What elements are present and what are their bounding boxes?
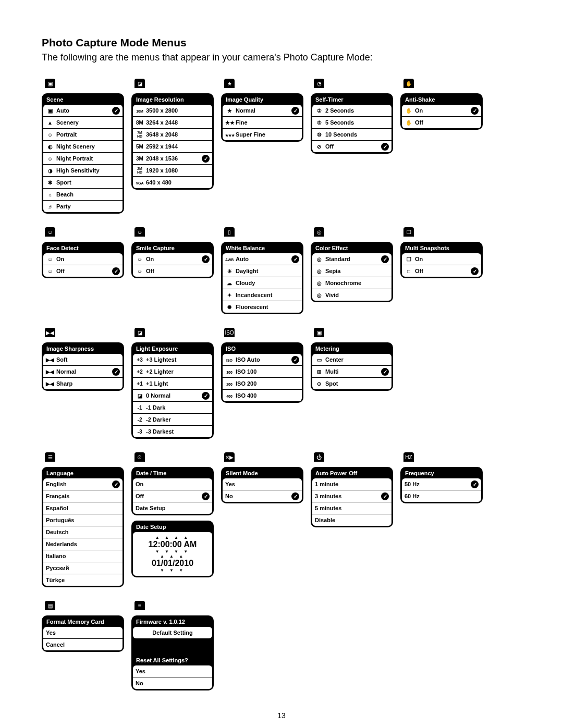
menu-item[interactable]: ☺Off [133,265,212,277]
menu-item[interactable]: ★★Fine [223,117,302,129]
menu-item[interactable]: 2MHD1920 x 1080 [133,165,212,177]
menu-item[interactable]: ♬Party [43,201,123,212]
menu-item[interactable]: ▶◀Soft [43,354,123,366]
menu-item[interactable]: ▭Center [312,354,391,366]
menu-item[interactable]: □Off✓ [402,265,481,277]
menu-item[interactable]: -1-1 Dark [133,402,212,414]
menu-item[interactable]: Yes [223,478,302,490]
menu-item[interactable]: 3 minutes✓ [312,490,391,502]
menu-item[interactable]: ◎Monochrome [312,277,391,289]
menu-item[interactable]: AWBAuto✓ [223,253,302,265]
menu-item[interactable]: Disable [312,514,391,526]
menu-item[interactable]: ▲Scenery [43,117,123,129]
tab-icon: ISO [224,328,235,337]
menu-item[interactable]: On [133,478,212,490]
menu-item[interactable]: 7MHD3648 x 2048 [133,129,212,141]
menu-item[interactable]: Português [43,514,123,526]
menu-item[interactable]: 400ISO 400 [223,390,302,401]
item-label: 2048 x 1536 [146,155,200,162]
menu-item[interactable]: +1+1 Light [133,378,212,390]
menu-item[interactable]: VGA640 x 480 [133,177,212,188]
menu-item[interactable]: ◎Standard✓ [312,253,391,265]
item-icon: ⑤ [315,120,323,126]
menu-item[interactable]: ▶◀Sharp [43,378,123,389]
menu-item[interactable]: ISOISO Auto✓ [223,354,302,366]
menu-item[interactable]: +2+2 Lighter [133,366,212,378]
menu-item[interactable]: ⑩10 Seconds [312,129,391,141]
menu-item[interactable]: English✓ [43,478,123,490]
menu-item[interactable]: ☀Daylight [223,265,302,277]
item-label: Italiano [46,553,120,559]
item-icon: ISO [225,357,234,363]
item-label: Off [325,143,379,150]
menu-item[interactable]: ❐On [402,253,481,265]
menu-item[interactable]: ☺On✓ [133,253,212,265]
menu-item[interactable]: ⊞Multi✓ [312,366,391,378]
menu-item[interactable]: Türkçe [43,574,123,586]
menu-item[interactable]: Italiano [43,550,123,562]
menu-item[interactable]: Default Setting [133,627,212,638]
menu-item[interactable]: ◐Night Scenery [43,141,123,153]
menu-item[interactable]: 10M3500 x 2800 [133,105,212,117]
menu-item[interactable]: ★Normal✓ [223,105,302,117]
menu-item[interactable]: 5 minutes [312,502,391,514]
menu-item[interactable]: ☺Portrait [43,129,123,141]
menu-item[interactable]: ◪0 Normal✓ [133,390,212,402]
menu-item[interactable]: Yes [43,627,123,639]
menu-item[interactable]: Русский [43,562,123,574]
menu-item[interactable]: ⊙Spot [312,378,391,389]
menu-item[interactable]: ◎Sepia [312,265,391,277]
menu-item[interactable]: ◎Vivid [312,289,391,301]
menu-item[interactable]: 3M2048 x 1536✓ [133,153,212,165]
menu-item[interactable]: 100ISO 100 [223,366,302,378]
menu-item[interactable]: ◑High Sensitivity [43,165,123,177]
menu-item[interactable]: 1 minute [312,478,391,490]
menu-item[interactable]: Français [43,490,123,502]
date-setup-display[interactable]: ▲ ▲ ▲ ▲12:00:00 AM▼ ▼ ▼ ▼▲ ▲ ▲01/01/2010… [133,532,212,576]
menu-item[interactable]: 200ISO 200 [223,378,302,390]
item-label: -3 Darkest [146,428,210,435]
menu-item[interactable]: Español [43,502,123,514]
menu-item[interactable]: 8M3264 x 2448 [133,117,212,129]
menu-item[interactable]: ▶◀Normal✓ [43,366,123,378]
menu-title: Date / Time [133,468,212,478]
menu-item[interactable]: -3-3 Darkest [133,426,212,437]
menu-item[interactable]: No [133,677,212,689]
item-label: On [415,256,479,262]
menu-item[interactable]: 50 Hz✓ [402,478,481,490]
menu-item[interactable]: No✓ [223,490,302,502]
tab-icon: ▶◀ [45,328,55,337]
item-label: Cloudy [236,280,299,286]
menu-item[interactable]: ☺On [43,253,123,265]
menu-item[interactable]: ☼Beach [43,189,123,201]
menu-item[interactable]: -2-2 Darker [133,414,212,426]
menu-item[interactable]: ✺Fluorescent [223,301,302,313]
menu-item[interactable]: +3+3 Lightest [133,354,212,366]
menu-item[interactable]: Off✓ [133,490,212,502]
menu-item[interactable]: ✋Off [402,117,481,128]
menu-item[interactable]: ☺Night Portrait [43,153,123,165]
menu-item[interactable]: Cancel [43,639,123,650]
item-label: 2 Seconds [325,107,389,114]
menu-item[interactable]: ②2 Seconds [312,105,391,117]
menu-item[interactable]: ✋On✓ [402,105,481,117]
menu-item[interactable]: ✱Sport [43,177,123,189]
item-label: ISO Auto [236,356,289,363]
page-number: 13 [42,711,521,720]
menu-item[interactable]: ✦Incandescent [223,289,302,301]
menu-item[interactable]: ☁Cloudy [223,277,302,289]
check-icon: ✓ [291,255,299,263]
menu-item[interactable]: ⑤5 Seconds [312,117,391,129]
menu-item[interactable]: ▣Auto✓ [43,105,123,117]
menu-item[interactable]: 5M2592 x 1944 [133,141,212,153]
menu-item[interactable]: ⊘Off✓ [312,141,391,152]
menu-item[interactable]: ★★★Super Fine [223,129,302,140]
menu-item[interactable]: ☺Off✓ [43,265,123,277]
item-label: No [225,493,289,499]
menu-item[interactable]: Yes [133,665,212,677]
item-label: Normal [236,107,289,114]
menu-item[interactable]: Deutsch [43,526,123,538]
menu-item[interactable]: Nederlands [43,538,123,550]
menu-item[interactable]: Date Setup [133,502,212,514]
menu-item[interactable]: 60 Hz [402,490,481,502]
